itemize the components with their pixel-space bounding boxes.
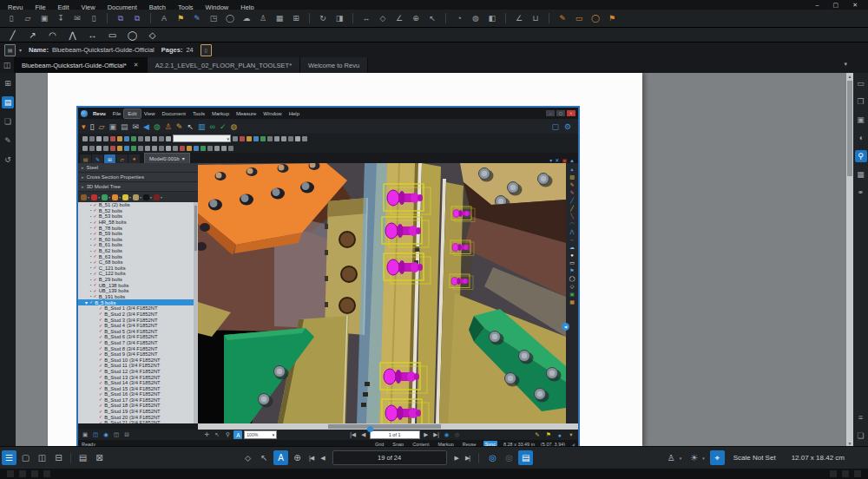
tree-item[interactable]: ▪✓B_61 bolts: [78, 242, 198, 248]
open-file-icon[interactable]: ▱: [98, 122, 104, 131]
scale-status[interactable]: Scale Not Set: [733, 454, 776, 462]
embedded-menu-help[interactable]: Help: [286, 109, 303, 118]
chevron-down-icon[interactable]: ▾: [85, 300, 88, 305]
arc-tool-icon[interactable]: ◠: [45, 30, 60, 41]
measure-area-icon[interactable]: ◇: [376, 12, 390, 24]
copy-page-icon[interactable]: ⧉: [114, 12, 128, 24]
tree-child-item[interactable]: ✓B_Stud 6 (3/4 F1852NT: [78, 334, 198, 340]
mini-tool-icon[interactable]: [247, 136, 252, 141]
maximize-icon[interactable]: ▢: [556, 110, 565, 116]
chevron-down-icon[interactable]: ▾: [161, 195, 162, 200]
chevron-down-icon[interactable]: ▾: [140, 195, 141, 200]
chevron-down-icon[interactable]: ▾: [150, 195, 152, 200]
tree-child-item[interactable]: ✓B_Stud 5 (3/4 F1852NT: [78, 328, 198, 334]
mini-tool-icon[interactable]: [117, 136, 122, 141]
dim-tool-icon[interactable]: ↔: [569, 237, 575, 243]
filter-icon-1[interactable]: [81, 194, 87, 200]
select-tool-icon[interactable]: ↖: [257, 450, 272, 465]
bookmarks-icon[interactable]: ❏: [855, 430, 867, 442]
mini-tool-icon[interactable]: [221, 146, 227, 151]
mini-tool-icon[interactable]: [240, 136, 245, 141]
tree-child-item[interactable]: ✓B_Stud 1 (3/4 F1852NT: [78, 305, 198, 312]
back-icon[interactable]: ◀: [143, 122, 149, 131]
panel-section-header[interactable]: ▸3D Model Tree: [78, 182, 198, 192]
document-icon[interactable]: ▤: [4, 44, 16, 56]
panel-section-header[interactable]: ▸Steel: [78, 163, 198, 173]
document-canvas[interactable]: Revu FileEditViewDocumentToolsMarkupMeas…: [16, 73, 846, 447]
insert-page-icon[interactable]: ⧉: [130, 12, 144, 24]
tool-chest-icon[interactable]: ▦: [855, 168, 867, 180]
mini-tool-icon[interactable]: [82, 146, 88, 151]
next-view-icon[interactable]: ◎: [502, 450, 516, 465]
mini-tool-icon[interactable]: [267, 136, 273, 141]
checkmark-icon[interactable]: ✓: [220, 122, 227, 131]
mini-tool-icon[interactable]: [131, 136, 136, 141]
image-markup-icon[interactable]: ▦: [273, 12, 286, 24]
embedded-menu-edit[interactable]: Edit: [124, 109, 140, 118]
filter-icon-4[interactable]: [112, 194, 118, 200]
mini-tool-icon[interactable]: [228, 146, 233, 151]
check-icon[interactable]: ✓: [93, 278, 96, 282]
document-tab-1[interactable]: Bluebeam-Quickstart-Guide-Official*✕: [14, 57, 148, 73]
stamp-tool-icon[interactable]: ▣: [569, 292, 575, 298]
check-icon[interactable]: ✓: [93, 249, 96, 253]
tree-child-item[interactable]: ✓B_Stud 19 (3/4 F1852NT: [78, 409, 198, 415]
model-3d-viewport[interactable]: [198, 163, 566, 423]
last-page-icon[interactable]: ▶|: [432, 430, 441, 439]
check-icon[interactable]: ✓: [99, 306, 102, 311]
mini-tool-icon[interactable]: [138, 136, 143, 141]
tree-item-selected[interactable]: ▾✓B_5 bolts: [78, 299, 198, 305]
dynamic-fill-icon[interactable]: ◔: [452, 12, 466, 24]
properties-icon[interactable]: ≡: [855, 411, 867, 423]
mini-tool-icon[interactable]: [166, 146, 171, 151]
ellipse-shape-tool-icon[interactable]: ◯: [125, 30, 140, 41]
close-icon[interactable]: ✕: [134, 62, 139, 69]
open-file-icon[interactable]: ▱: [21, 12, 35, 24]
check-icon[interactable]: ✓: [99, 364, 102, 368]
tree-child-item[interactable]: ✓B_Stud 4 (3/4 F1852NT: [78, 323, 198, 329]
check-icon[interactable]: ✓: [99, 386, 102, 390]
sketch-ellipse-icon[interactable]: ◯: [589, 12, 602, 24]
menu-chevron-icon[interactable]: ▾: [82, 122, 86, 131]
polygon-tool-icon[interactable]: ◇: [570, 284, 575, 290]
profile-icon[interactable]: ♙: [664, 450, 679, 465]
mini-tool-icon[interactable]: [145, 136, 150, 141]
page-number-input[interactable]: 1 of 1: [370, 430, 420, 439]
select-text-icon[interactable]: A: [233, 430, 242, 439]
embedded-menu-tools[interactable]: Tools: [189, 109, 208, 118]
flag-small-icon[interactable]: ⚑: [544, 430, 553, 439]
taskbar-app-icon[interactable]: [19, 470, 26, 477]
check-icon[interactable]: ✓: [93, 289, 96, 293]
tree-child-item[interactable]: ✓B_Stud 10 (3/4 F1852NT: [78, 357, 198, 363]
next-page-icon[interactable]: ▶: [422, 430, 431, 439]
arc-tool-icon[interactable]: ◠: [569, 221, 574, 227]
chevron-down-icon[interactable]: ▾: [119, 195, 121, 200]
chevron-down-icon[interactable]: ▾: [98, 195, 100, 200]
check-icon[interactable]: ✓: [99, 346, 102, 351]
mini-tool-icon[interactable]: [159, 136, 164, 141]
check-icon[interactable]: ✓: [99, 381, 102, 385]
viewport-tab[interactable]: Model0.001b ▾: [144, 153, 190, 163]
previous-view-icon[interactable]: ◎: [485, 450, 500, 465]
chevron-down-icon[interactable]: ▾: [680, 456, 682, 461]
tree-child-item[interactable]: ✓B_Stud 3 (3/4 F1852NT: [78, 317, 198, 323]
scroll-up-icon[interactable]: ▲: [846, 73, 853, 80]
check-icon[interactable]: ✓: [99, 404, 102, 408]
page-template-icon[interactable]: ▯: [201, 44, 212, 56]
line-tool-2-icon[interactable]: ╱: [570, 206, 574, 212]
single-page-view-icon[interactable]: ▢: [18, 450, 33, 465]
check-icon[interactable]: ✓: [99, 335, 102, 339]
check-icon[interactable]: ✓: [93, 220, 96, 225]
taskbar-tray-icon[interactable]: [854, 470, 861, 477]
taskbar-tray-icon[interactable]: [842, 470, 849, 477]
info-small-icon[interactable]: ◉: [102, 430, 110, 439]
check-icon[interactable]: ✓: [93, 294, 96, 299]
tree-child-item[interactable]: ✓B_Stud 20 (3/4 F1852NT: [78, 414, 198, 420]
arrow-tool-icon[interactable]: ↗: [25, 30, 40, 41]
filter-icon-7[interactable]: [143, 194, 149, 200]
tree-item[interactable]: ▪✓C_122 bolts: [78, 271, 198, 277]
pan-icon[interactable]: ✛: [202, 430, 211, 439]
chevron-small-icon[interactable]: ▾: [567, 430, 575, 439]
tree-child-item[interactable]: ✓B_Stud 2 (3/4 F1852NT: [78, 312, 198, 318]
embedded-menu-window[interactable]: Window: [260, 109, 285, 118]
